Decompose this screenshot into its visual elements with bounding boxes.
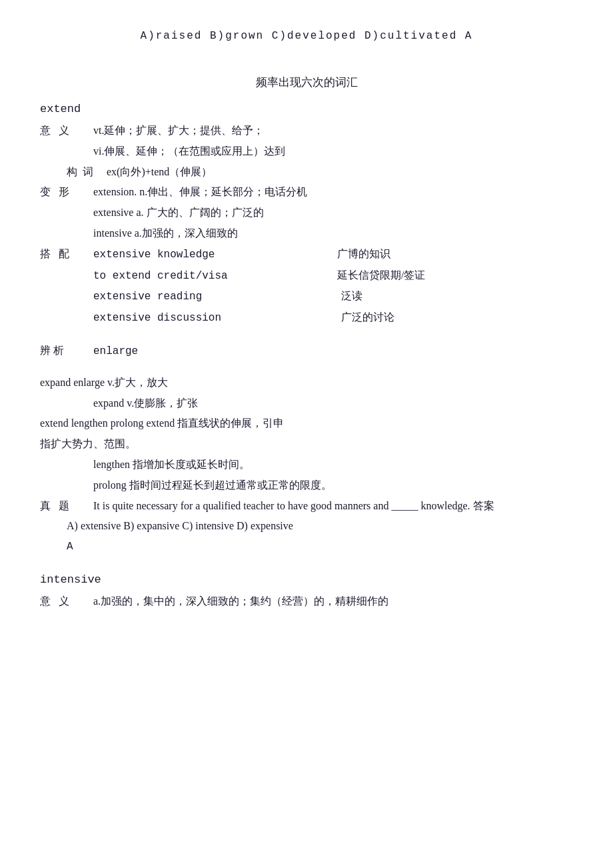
construct-text: ex(向外)+tend（伸展） [107, 163, 573, 182]
analysis-line5: prolong 指时间过程延长到超过通常或正常的限度。 [40, 476, 573, 495]
analysis-header-row: 辨析 enlarge [40, 341, 573, 361]
zhenti-row: 真 题 It is quite necessary for a qualifie… [40, 497, 573, 516]
intensive-entry: intensive 意 义 a.加强的，集中的，深入细致的；集约（经营）的，精耕… [40, 570, 573, 611]
analysis-label: 辨析 [40, 341, 93, 361]
intensive-meaning-label: 意 义 [40, 592, 93, 611]
intensive-meaning-row: 意 义 a.加强的，集中的，深入细致的；集约（经营）的，精耕细作的 [40, 592, 573, 611]
main-content: A)raised B)grown C)developed D)cultivate… [40, 27, 573, 611]
meaning-vi-row: vi.伸展、延伸；（在范围或应用上）达到 [40, 142, 573, 161]
construct-label: 构 词 [67, 163, 107, 182]
analysis-line2: expand v.使膨胀，扩张 [40, 394, 573, 413]
collocation-row2: to extend credit/visa 延长信贷限期/签证 [40, 266, 573, 286]
zhenti-label: 真 题 [40, 497, 93, 516]
meaning-vi-text: vi.伸展、延伸；（在范围或应用上）达到 [93, 142, 573, 161]
analysis-line3-text: extend lengthen prolong extend 指直线状的伸展，引… [40, 414, 573, 433]
zhenti-answer: A [67, 537, 573, 557]
intensive-meaning-text: a.加强的，集中的，深入细致的；集约（经营）的，精耕细作的 [93, 592, 573, 611]
col1-en: extensive knowledge [93, 245, 329, 265]
variant-row: 变 形 extension. n.伸出、伸展；延长部分；电话分机 [40, 183, 573, 202]
extend-word: extend [40, 99, 573, 120]
meaning-vt-text: vt.延伸；扩展、扩大；提供、给予； [93, 121, 573, 141]
analysis-line4-text: lengthen 指增加长度或延长时间。 [93, 455, 573, 475]
col3-zh: 泛读 [325, 287, 573, 306]
analysis-line3: extend lengthen prolong extend 指直线状的伸展，引… [40, 414, 573, 433]
col2-zh: 延长信贷限期/签证 [329, 266, 573, 285]
zhenti-options: A) extensive B) expansive C) intensive D… [67, 517, 573, 536]
variant-label: 变 形 [40, 183, 93, 202]
collocation-row3: extensive reading 泛读 [40, 287, 573, 307]
answer-line: A)raised B)grown C)developed D)cultivate… [40, 27, 573, 46]
collocation-row1: 搭 配 extensive knowledge 广博的知识 [40, 245, 573, 265]
col2-en: to extend credit/visa [93, 267, 329, 286]
analysis-word: enlarge [93, 342, 573, 361]
col4-en: extensive discussion [93, 309, 325, 328]
collocation-row4: extensive discussion 广泛的讨论 [40, 308, 573, 328]
variant3-row: intensive a.加强的，深入细致的 [40, 224, 573, 243]
section-header: 频率出现六次的词汇 [40, 73, 573, 93]
intensive-word: intensive [40, 570, 573, 591]
analysis-line2-text: expand v.使膨胀，扩张 [93, 394, 573, 413]
analysis-section: 辨析 enlarge expand enlarge v.扩大，放大 expand… [40, 341, 573, 557]
variant3-text: intensive a.加强的，深入细致的 [93, 224, 573, 243]
variant2-text: extensive a. 广大的、广阔的；广泛的 [93, 203, 573, 223]
analysis-line1: expand enlarge v.扩大，放大 [40, 373, 573, 393]
zhenti-answer-row: A [40, 537, 573, 557]
analysis-line3-zh-text: 指扩大势力、范围。 [40, 435, 573, 454]
col4-zh: 广泛的讨论 [325, 308, 573, 327]
meaning-label: 意 义 [40, 121, 93, 141]
zhenti-text: It is quite necessary for a qualified te… [93, 497, 573, 516]
analysis-line3-zh: 指扩大势力、范围。 [40, 435, 573, 454]
variant2-row: extensive a. 广大的、广阔的；广泛的 [40, 203, 573, 223]
meaning-vt-row: 意 义 vt.延伸；扩展、扩大；提供、给予； [40, 121, 573, 141]
variant1-text: extension. n.伸出、伸展；延长部分；电话分机 [93, 183, 573, 202]
collocation-label: 搭 配 [40, 245, 93, 264]
analysis-line5-text: prolong 指时间过程延长到超过通常或正常的限度。 [93, 476, 573, 495]
col1-zh: 广博的知识 [329, 245, 573, 264]
construct-row: 构 词 ex(向外)+tend（伸展） [40, 163, 573, 182]
analysis-line1-text: expand enlarge v.扩大，放大 [40, 373, 573, 393]
analysis-line4: lengthen 指增加长度或延长时间。 [40, 455, 573, 475]
zhenti-options-row: A) extensive B) expansive C) intensive D… [40, 517, 573, 536]
col3-en: extensive reading [93, 287, 325, 307]
word-extend-entry: extend 意 义 vt.延伸；扩展、扩大；提供、给予； vi.伸展、延伸；（… [40, 99, 573, 328]
